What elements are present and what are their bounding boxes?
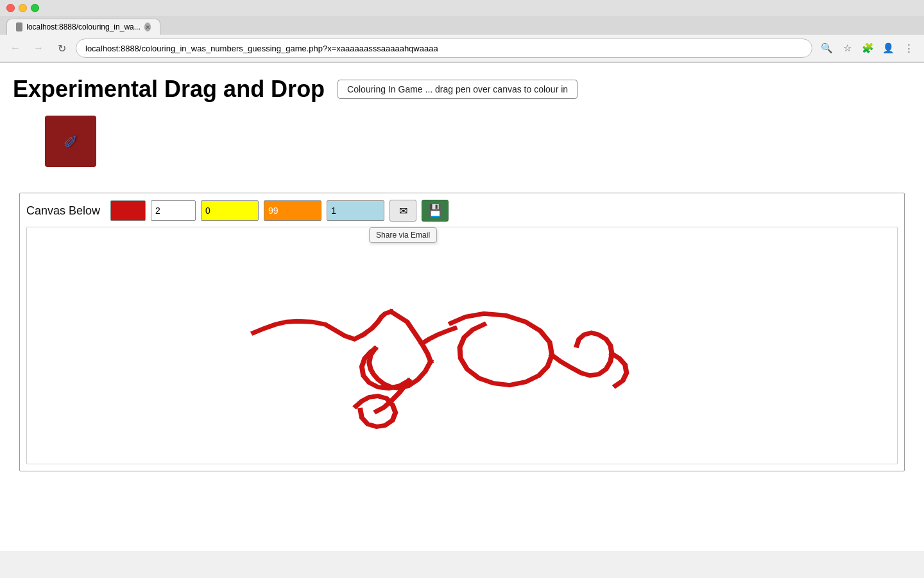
- share-email-button[interactable]: ✉ Share via Email: [389, 200, 416, 222]
- number-input-1[interactable]: [151, 200, 196, 221]
- color-picker[interactable]: [110, 200, 146, 221]
- canvas-svg: [27, 227, 897, 464]
- address-bar[interactable]: [76, 39, 812, 58]
- zoom-button[interactable]: 🔍: [817, 39, 835, 57]
- extensions-button[interactable]: 🧩: [859, 39, 877, 57]
- drawing-canvas[interactable]: [26, 227, 898, 464]
- maximize-button[interactable]: [31, 4, 39, 12]
- traffic-lights: [6, 4, 39, 12]
- profile-button[interactable]: 👤: [879, 39, 897, 57]
- tab-close-button[interactable]: ✕: [144, 22, 151, 31]
- browser-chrome: localhost:8888/colouring_in_wa... ✕ ← → …: [0, 0, 924, 63]
- nav-icons: 🔍 ☆ 🧩 👤 ⋮: [817, 39, 918, 57]
- page-content: Experimental Drag and Drop Colouring In …: [0, 63, 924, 551]
- back-button[interactable]: ←: [6, 39, 24, 57]
- refresh-button[interactable]: ↻: [53, 39, 71, 57]
- bookmark-button[interactable]: ☆: [838, 39, 856, 57]
- forward-button[interactable]: →: [30, 39, 47, 57]
- save-button[interactable]: 💾: [422, 200, 449, 222]
- nav-bar: ← → ↻ 🔍 ☆ 🧩 👤 ⋮: [0, 35, 924, 62]
- share-tooltip: Share via Email: [369, 227, 437, 243]
- canvas-label: Canvas Below: [26, 204, 100, 218]
- save-icon: 💾: [428, 204, 442, 218]
- menu-button[interactable]: ⋮: [900, 39, 918, 57]
- canvas-section: Canvas Below ✉ Share via Email 💾: [19, 193, 905, 471]
- tab-favicon: [16, 22, 22, 31]
- game-badge[interactable]: Colouring In Game ... drag pen over canv…: [338, 80, 578, 99]
- active-tab[interactable]: localhost:8888/colouring_in_wa... ✕: [6, 19, 160, 35]
- number-input-4[interactable]: [327, 200, 384, 221]
- tab-bar: localhost:8888/colouring_in_wa... ✕: [0, 16, 924, 35]
- share-icon: ✉: [399, 205, 407, 217]
- forward-icon: →: [33, 42, 44, 54]
- canvas-controls: Canvas Below ✉ Share via Email 💾: [26, 200, 898, 222]
- title-bar: [0, 0, 924, 16]
- pen-draggable[interactable]: ✏: [45, 116, 96, 167]
- pen-container: ✏: [45, 116, 103, 173]
- tab-title: localhost:8888/colouring_in_wa...: [26, 22, 140, 31]
- close-button[interactable]: [6, 4, 15, 12]
- page-header: Experimental Drag and Drop Colouring In …: [13, 76, 911, 103]
- number-input-3[interactable]: [264, 200, 321, 221]
- refresh-icon: ↻: [58, 42, 66, 55]
- back-icon: ←: [10, 42, 21, 54]
- minimize-button[interactable]: [19, 4, 27, 12]
- page-title: Experimental Drag and Drop: [13, 76, 325, 103]
- pen-icon: ✏: [58, 128, 83, 154]
- number-input-2[interactable]: [201, 200, 259, 221]
